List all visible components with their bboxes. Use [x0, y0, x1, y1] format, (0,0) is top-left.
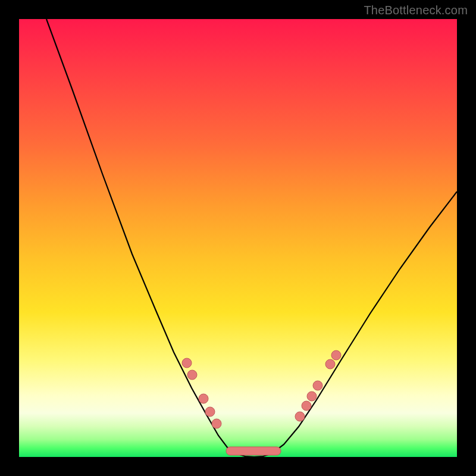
flat-bottom-marker — [226, 447, 281, 455]
curve-marker — [199, 394, 208, 403]
chart-frame: TheBottleneck.com — [0, 0, 476, 476]
curve-marker — [182, 358, 192, 368]
markers-right — [295, 350, 341, 421]
watermark-text: TheBottleneck.com — [364, 4, 468, 17]
curve-marker — [313, 381, 322, 390]
curve-marker — [295, 412, 305, 421]
curve-marker — [212, 419, 221, 428]
curve-marker — [302, 401, 311, 411]
curve-marker — [187, 370, 197, 380]
curve-marker — [325, 359, 335, 369]
bottleneck-chart-svg — [19, 19, 457, 457]
curve-marker — [331, 350, 341, 360]
bottleneck-curve — [46, 19, 457, 457]
markers-left — [182, 358, 221, 428]
curve-marker — [205, 407, 215, 416]
curve-marker — [307, 392, 317, 401]
plot-area — [19, 19, 457, 457]
